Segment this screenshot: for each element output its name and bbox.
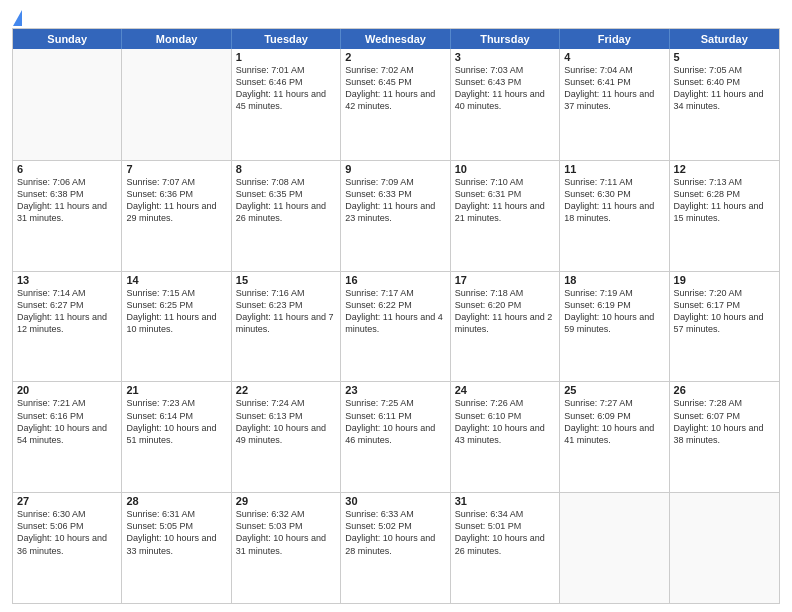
calendar-cell: 29Sunrise: 6:32 AM Sunset: 5:03 PM Dayli… — [232, 493, 341, 603]
calendar: SundayMondayTuesdayWednesdayThursdayFrid… — [12, 28, 780, 604]
day-info: Sunrise: 7:18 AM Sunset: 6:20 PM Dayligh… — [455, 287, 555, 336]
calendar-cell: 15Sunrise: 7:16 AM Sunset: 6:23 PM Dayli… — [232, 272, 341, 382]
calendar-cell: 22Sunrise: 7:24 AM Sunset: 6:13 PM Dayli… — [232, 382, 341, 492]
day-info: Sunrise: 7:27 AM Sunset: 6:09 PM Dayligh… — [564, 397, 664, 446]
day-info: Sunrise: 7:14 AM Sunset: 6:27 PM Dayligh… — [17, 287, 117, 336]
day-info: Sunrise: 7:06 AM Sunset: 6:38 PM Dayligh… — [17, 176, 117, 225]
logo-triangle-icon — [13, 10, 22, 26]
page: SundayMondayTuesdayWednesdayThursdayFrid… — [0, 0, 792, 612]
calendar-cell: 2Sunrise: 7:02 AM Sunset: 6:45 PM Daylig… — [341, 49, 450, 160]
day-number: 16 — [345, 274, 445, 286]
day-number: 23 — [345, 384, 445, 396]
day-number: 10 — [455, 163, 555, 175]
calendar-cell: 7Sunrise: 7:07 AM Sunset: 6:36 PM Daylig… — [122, 161, 231, 271]
day-info: Sunrise: 7:09 AM Sunset: 6:33 PM Dayligh… — [345, 176, 445, 225]
day-number: 3 — [455, 51, 555, 63]
calendar-cell: 3Sunrise: 7:03 AM Sunset: 6:43 PM Daylig… — [451, 49, 560, 160]
weekday-header: Sunday — [13, 29, 122, 49]
header — [12, 10, 780, 22]
day-info: Sunrise: 7:28 AM Sunset: 6:07 PM Dayligh… — [674, 397, 775, 446]
day-number: 27 — [17, 495, 117, 507]
weekday-header: Thursday — [451, 29, 560, 49]
day-number: 25 — [564, 384, 664, 396]
day-info: Sunrise: 7:21 AM Sunset: 6:16 PM Dayligh… — [17, 397, 117, 446]
calendar-row: 20Sunrise: 7:21 AM Sunset: 6:16 PM Dayli… — [13, 381, 779, 492]
day-info: Sunrise: 7:24 AM Sunset: 6:13 PM Dayligh… — [236, 397, 336, 446]
day-number: 6 — [17, 163, 117, 175]
day-info: Sunrise: 7:13 AM Sunset: 6:28 PM Dayligh… — [674, 176, 775, 225]
day-number: 15 — [236, 274, 336, 286]
day-number: 19 — [674, 274, 775, 286]
calendar-cell — [670, 493, 779, 603]
calendar-body: 1Sunrise: 7:01 AM Sunset: 6:46 PM Daylig… — [13, 49, 779, 603]
day-info: Sunrise: 7:23 AM Sunset: 6:14 PM Dayligh… — [126, 397, 226, 446]
calendar-cell: 9Sunrise: 7:09 AM Sunset: 6:33 PM Daylig… — [341, 161, 450, 271]
calendar-cell: 14Sunrise: 7:15 AM Sunset: 6:25 PM Dayli… — [122, 272, 231, 382]
day-info: Sunrise: 6:30 AM Sunset: 5:06 PM Dayligh… — [17, 508, 117, 557]
calendar-cell: 31Sunrise: 6:34 AM Sunset: 5:01 PM Dayli… — [451, 493, 560, 603]
calendar-cell: 28Sunrise: 6:31 AM Sunset: 5:05 PM Dayli… — [122, 493, 231, 603]
calendar-cell: 5Sunrise: 7:05 AM Sunset: 6:40 PM Daylig… — [670, 49, 779, 160]
calendar-cell: 1Sunrise: 7:01 AM Sunset: 6:46 PM Daylig… — [232, 49, 341, 160]
day-number: 11 — [564, 163, 664, 175]
calendar-row: 6Sunrise: 7:06 AM Sunset: 6:38 PM Daylig… — [13, 160, 779, 271]
calendar-row: 13Sunrise: 7:14 AM Sunset: 6:27 PM Dayli… — [13, 271, 779, 382]
calendar-cell: 12Sunrise: 7:13 AM Sunset: 6:28 PM Dayli… — [670, 161, 779, 271]
day-info: Sunrise: 7:08 AM Sunset: 6:35 PM Dayligh… — [236, 176, 336, 225]
calendar-cell — [560, 493, 669, 603]
calendar-cell: 20Sunrise: 7:21 AM Sunset: 6:16 PM Dayli… — [13, 382, 122, 492]
day-number: 30 — [345, 495, 445, 507]
day-info: Sunrise: 7:20 AM Sunset: 6:17 PM Dayligh… — [674, 287, 775, 336]
day-info: Sunrise: 7:05 AM Sunset: 6:40 PM Dayligh… — [674, 64, 775, 113]
day-info: Sunrise: 6:34 AM Sunset: 5:01 PM Dayligh… — [455, 508, 555, 557]
day-number: 2 — [345, 51, 445, 63]
day-info: Sunrise: 6:31 AM Sunset: 5:05 PM Dayligh… — [126, 508, 226, 557]
weekday-header: Saturday — [670, 29, 779, 49]
day-info: Sunrise: 7:07 AM Sunset: 6:36 PM Dayligh… — [126, 176, 226, 225]
day-number: 29 — [236, 495, 336, 507]
day-info: Sunrise: 7:19 AM Sunset: 6:19 PM Dayligh… — [564, 287, 664, 336]
day-number: 28 — [126, 495, 226, 507]
day-info: Sunrise: 7:02 AM Sunset: 6:45 PM Dayligh… — [345, 64, 445, 113]
weekday-header: Wednesday — [341, 29, 450, 49]
calendar-cell: 19Sunrise: 7:20 AM Sunset: 6:17 PM Dayli… — [670, 272, 779, 382]
day-info: Sunrise: 7:15 AM Sunset: 6:25 PM Dayligh… — [126, 287, 226, 336]
day-number: 4 — [564, 51, 664, 63]
calendar-row: 1Sunrise: 7:01 AM Sunset: 6:46 PM Daylig… — [13, 49, 779, 160]
calendar-header: SundayMondayTuesdayWednesdayThursdayFrid… — [13, 29, 779, 49]
day-info: Sunrise: 6:33 AM Sunset: 5:02 PM Dayligh… — [345, 508, 445, 557]
day-number: 24 — [455, 384, 555, 396]
day-number: 26 — [674, 384, 775, 396]
day-number: 9 — [345, 163, 445, 175]
day-number: 14 — [126, 274, 226, 286]
day-info: Sunrise: 7:03 AM Sunset: 6:43 PM Dayligh… — [455, 64, 555, 113]
day-info: Sunrise: 7:17 AM Sunset: 6:22 PM Dayligh… — [345, 287, 445, 336]
calendar-row: 27Sunrise: 6:30 AM Sunset: 5:06 PM Dayli… — [13, 492, 779, 603]
calendar-cell: 8Sunrise: 7:08 AM Sunset: 6:35 PM Daylig… — [232, 161, 341, 271]
day-info: Sunrise: 7:01 AM Sunset: 6:46 PM Dayligh… — [236, 64, 336, 113]
day-number: 13 — [17, 274, 117, 286]
day-info: Sunrise: 7:16 AM Sunset: 6:23 PM Dayligh… — [236, 287, 336, 336]
day-number: 1 — [236, 51, 336, 63]
day-number: 31 — [455, 495, 555, 507]
day-number: 5 — [674, 51, 775, 63]
calendar-cell: 25Sunrise: 7:27 AM Sunset: 6:09 PM Dayli… — [560, 382, 669, 492]
calendar-cell: 6Sunrise: 7:06 AM Sunset: 6:38 PM Daylig… — [13, 161, 122, 271]
day-info: Sunrise: 6:32 AM Sunset: 5:03 PM Dayligh… — [236, 508, 336, 557]
calendar-cell — [13, 49, 122, 160]
day-number: 7 — [126, 163, 226, 175]
day-number: 8 — [236, 163, 336, 175]
day-info: Sunrise: 7:10 AM Sunset: 6:31 PM Dayligh… — [455, 176, 555, 225]
calendar-cell: 17Sunrise: 7:18 AM Sunset: 6:20 PM Dayli… — [451, 272, 560, 382]
calendar-cell — [122, 49, 231, 160]
calendar-cell: 30Sunrise: 6:33 AM Sunset: 5:02 PM Dayli… — [341, 493, 450, 603]
day-info: Sunrise: 7:26 AM Sunset: 6:10 PM Dayligh… — [455, 397, 555, 446]
day-number: 20 — [17, 384, 117, 396]
day-info: Sunrise: 7:04 AM Sunset: 6:41 PM Dayligh… — [564, 64, 664, 113]
calendar-cell: 26Sunrise: 7:28 AM Sunset: 6:07 PM Dayli… — [670, 382, 779, 492]
day-number: 17 — [455, 274, 555, 286]
calendar-cell: 23Sunrise: 7:25 AM Sunset: 6:11 PM Dayli… — [341, 382, 450, 492]
day-number: 22 — [236, 384, 336, 396]
calendar-cell: 18Sunrise: 7:19 AM Sunset: 6:19 PM Dayli… — [560, 272, 669, 382]
weekday-header: Friday — [560, 29, 669, 49]
